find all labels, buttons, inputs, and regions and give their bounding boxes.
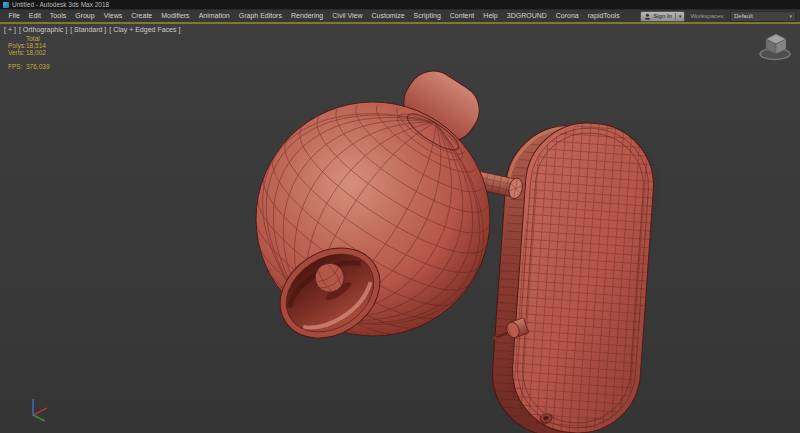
workspaces-selected: Default: [734, 13, 753, 19]
user-icon: [644, 13, 651, 20]
titlebar: Untitled - Autodesk 3ds Max 2018: [0, 0, 800, 9]
menu-item-content[interactable]: Content: [445, 10, 479, 22]
menu-items: FileEditToolsGroupViewsCreateModifiersAn…: [4, 10, 624, 22]
menu-item-tools[interactable]: Tools: [45, 10, 70, 22]
menu-bar: FileEditToolsGroupViewsCreateModifiersAn…: [0, 9, 800, 22]
menu-item-file[interactable]: File: [4, 10, 24, 22]
lamp-sphere-shade[interactable]: [210, 59, 534, 382]
viewcube[interactable]: [760, 34, 790, 60]
workspaces-dropdown[interactable]: Default ▾: [730, 11, 796, 22]
viewport-label-orthographic[interactable]: [ Orthographic ]: [19, 26, 67, 33]
wall-plate[interactable]: [486, 115, 663, 433]
chevron-down-icon: ▾: [789, 12, 792, 21]
menubar-right: Sign In ▾ Workspaces: Default ▾: [640, 11, 796, 22]
stats-polys-value: 18,514: [26, 42, 50, 49]
viewport[interactable]: [ + ][ Orthographic ][ Standard ][ Clay …: [0, 24, 800, 433]
menu-item-help[interactable]: Help: [479, 10, 502, 22]
viewport-label-standard[interactable]: [ Standard ]: [70, 26, 106, 33]
stats-verts-label: Verts:: [8, 49, 26, 56]
world-axis-tripod: [33, 399, 47, 421]
3dsmax-window: Untitled - Autodesk 3ds Max 2018 FileEdi…: [0, 0, 800, 433]
menu-item-rendering[interactable]: Rendering: [286, 10, 327, 22]
menu-item-modifiers[interactable]: Modifiers: [157, 10, 194, 22]
menu-item-rapidtools[interactable]: rapidTools: [583, 10, 624, 22]
menu-item-civil-view[interactable]: Civil View: [328, 10, 367, 22]
stats-fps-value: 376,039: [26, 63, 50, 70]
menu-item-edit[interactable]: Edit: [24, 10, 45, 22]
menu-item-customize[interactable]: Customize: [367, 10, 409, 22]
menu-item-create[interactable]: Create: [127, 10, 157, 22]
stats-fps-label: FPS:: [8, 63, 26, 70]
menu-item-animation[interactable]: Animation: [194, 10, 234, 22]
viewport-label: [ + ][ Orthographic ][ Standard ][ Clay …: [4, 26, 180, 33]
divider: [675, 13, 676, 20]
chevron-down-icon: ▾: [679, 12, 682, 21]
sign-in-button[interactable]: Sign In ▾: [640, 11, 685, 22]
3dsmax-logo-icon: [3, 2, 9, 8]
menu-item-graph-editors[interactable]: Graph Editors: [234, 10, 286, 22]
menu-item-scripting[interactable]: Scripting: [409, 10, 445, 22]
stats-polys-label: Polys:: [8, 42, 26, 49]
sign-in-label: Sign In: [653, 12, 672, 21]
stats-total-label: Total: [26, 35, 50, 42]
viewport-label--[interactable]: [ + ]: [4, 26, 16, 33]
menu-item-3dground[interactable]: 3DGROUND: [502, 10, 551, 22]
viewport-label-clay-edged-faces[interactable]: [ Clay + Edged Faces ]: [109, 26, 180, 33]
stats-verts-value: 18,002: [26, 49, 50, 56]
menu-item-views[interactable]: Views: [99, 10, 127, 22]
menu-item-corona[interactable]: Corona: [551, 10, 583, 22]
viewport-statistics: Total Polys: 18,514 Verts: 18,002 FPS: 3…: [8, 35, 50, 70]
window-title: Untitled - Autodesk 3ds Max 2018: [12, 0, 109, 9]
menu-item-group[interactable]: Group: [71, 10, 99, 22]
workspaces-label: Workspaces:: [690, 13, 725, 19]
